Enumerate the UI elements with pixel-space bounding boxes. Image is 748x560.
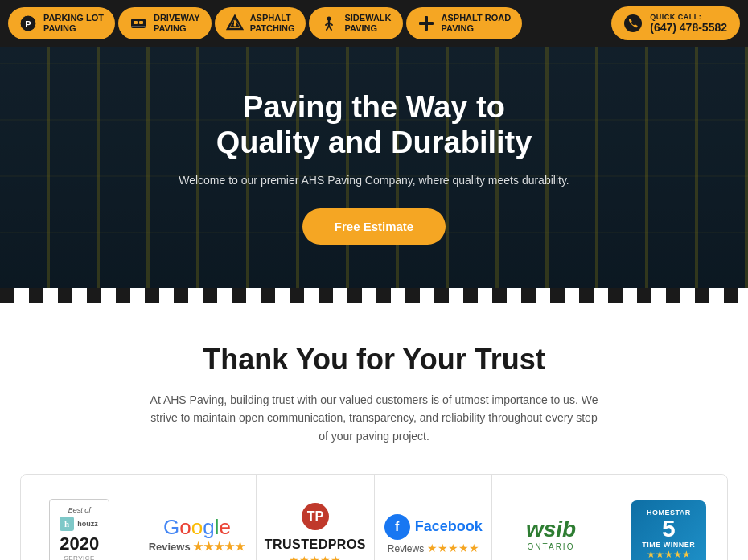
navbar: P PARKING LOTPAVING DRIVEWAYPAVING xyxy=(0,0,748,47)
wsib-badge-card[interactable]: wsib ONTARIO xyxy=(492,475,610,560)
asphalt-patching-icon xyxy=(226,14,244,32)
houzz-year: 2020 xyxy=(60,533,99,554)
svg-text:h: h xyxy=(64,519,69,529)
svg-text:P: P xyxy=(25,19,31,29)
nav-items: P PARKING LOTPAVING DRIVEWAYPAVING xyxy=(8,7,522,39)
hero-title-line1: Paving the Way to xyxy=(243,90,505,124)
wsib-text: wsib xyxy=(526,517,576,542)
facebook-stars: ★★★★★ xyxy=(427,541,479,554)
houzz-badge: Best of h houzz 2020 SERVICE xyxy=(49,499,109,560)
trustedpros-icon: TP xyxy=(301,502,330,531)
svg-rect-17 xyxy=(419,22,434,25)
svg-rect-5 xyxy=(131,26,146,27)
google-reviews: Google Reviews ★★★★★ xyxy=(149,515,246,553)
facebook-icon: f xyxy=(384,514,410,540)
trustedpros-badge: TP TRUSTEDPROS ★★★★★ xyxy=(265,502,366,560)
trust-description: At AHS Paving, building trust with our v… xyxy=(149,391,599,445)
facebook-reviews-label: Reviews ★★★★★ xyxy=(384,541,483,554)
hero-content: Paving the Way to Quality and Durability… xyxy=(162,90,586,244)
google-reviews-label: Reviews ★★★★★ xyxy=(149,540,246,553)
homestars-badge: HomeStar 5 Time Winner ★★★★★ xyxy=(631,500,706,560)
nav-item-parking-lot-paving[interactable]: P PARKING LOTPAVING xyxy=(8,7,115,39)
nav-label-parking: PARKING LOTPAVING xyxy=(43,13,104,34)
houzz-best-of: Best of xyxy=(60,506,99,514)
quick-call-text: QUICK CALL: (647) 478-5582 xyxy=(650,13,727,34)
facebook-reviews: f Facebook Reviews ★★★★★ xyxy=(384,514,483,554)
trustedpros-badge-card[interactable]: TP TRUSTEDPROS ★★★★★ xyxy=(257,475,375,560)
driveway-icon xyxy=(129,14,147,32)
google-badge-card[interactable]: Google Reviews ★★★★★ xyxy=(138,475,256,560)
homestars-bottom: Time Winner xyxy=(642,541,695,549)
facebook-label: Facebook xyxy=(415,518,483,535)
nav-label-road: ASPHALT ROADPAVING xyxy=(442,13,512,34)
houzz-badge-card[interactable]: Best of h houzz 2020 SERVICE xyxy=(21,475,138,560)
homestars-badge-card[interactable]: HomeStar 5 Time Winner ★★★★★ xyxy=(610,475,727,560)
trustedpros-name: TRUSTEDPROS xyxy=(265,537,366,552)
sidewalk-icon xyxy=(320,14,338,32)
nav-item-sidewalk-paving[interactable]: SIDEWALKPAVING xyxy=(309,7,402,39)
quick-call-label: QUICK CALL: xyxy=(650,13,727,21)
quick-call-button[interactable]: QUICK CALL: (647) 478-5582 xyxy=(611,6,740,40)
nav-item-asphalt-road-paving[interactable]: ASPHALT ROADPAVING xyxy=(406,7,523,39)
free-estimate-button[interactable]: Free Estimate xyxy=(302,208,446,245)
phone-icon xyxy=(624,14,642,32)
svg-line-15 xyxy=(329,26,331,30)
wsib-sub: ONTARIO xyxy=(526,542,576,551)
homestars-stars: ★★★★★ xyxy=(642,549,695,560)
nav-item-asphalt-patching[interactable]: ASPHALTPATCHING xyxy=(215,7,306,39)
svg-rect-3 xyxy=(134,21,138,24)
nav-item-driveway-paving[interactable]: DRIVEWAYPAVING xyxy=(118,7,212,39)
trustedpros-stars: ★★★★★ xyxy=(265,554,366,560)
road-icon xyxy=(417,14,435,32)
hero-subtitle: Welcome to our premier AHS Paving Compan… xyxy=(179,172,569,189)
wsib-badge: wsib ONTARIO xyxy=(526,517,576,551)
hero-title-line2: Quality and Durability xyxy=(216,126,532,159)
hero-section: Paving the Way to Quality and Durability… xyxy=(0,47,748,288)
parking-icon: P xyxy=(19,14,37,32)
phone-number: (647) 478-5582 xyxy=(650,21,727,34)
facebook-badge-card[interactable]: f Facebook Reviews ★★★★★ xyxy=(375,475,492,560)
nav-label-sidewalk: SIDEWALKPAVING xyxy=(344,13,391,34)
facebook-logo-row: f Facebook xyxy=(384,514,483,540)
badges-row: Best of h houzz 2020 SERVICE Google xyxy=(20,474,728,560)
google-stars: ★★★★★ xyxy=(193,540,245,553)
trust-title: Thank You for Your Trust xyxy=(16,343,732,377)
svg-rect-4 xyxy=(139,21,143,24)
google-logo-text: Google xyxy=(149,515,246,540)
nav-label-driveway: DRIVEWAYPAVING xyxy=(154,13,200,34)
hero-title: Paving the Way to Quality and Durability xyxy=(179,90,569,160)
checker-border xyxy=(0,288,748,303)
homestars-number: 5 xyxy=(642,517,695,541)
houzz-icon-row: h houzz xyxy=(60,517,99,531)
svg-text:TP: TP xyxy=(307,509,324,523)
houzz-service: SERVICE xyxy=(60,554,99,560)
nav-label-patching: ASPHALTPATCHING xyxy=(250,13,295,34)
trust-section: Thank You for Your Trust At AHS Paving, … xyxy=(0,303,748,560)
